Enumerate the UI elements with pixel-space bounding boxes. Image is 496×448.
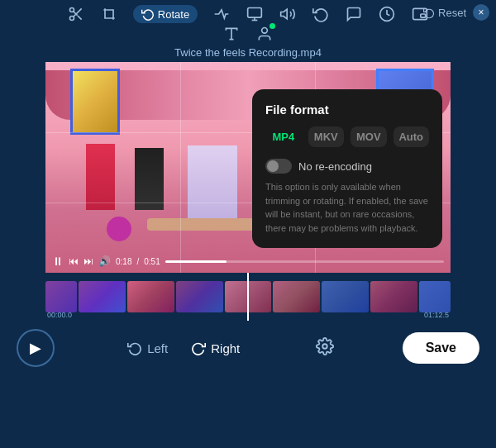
settings-button[interactable]	[312, 334, 337, 363]
svg-line-3	[78, 16, 82, 20]
timeline-playhead	[247, 273, 249, 321]
rotate-actions: Left Right	[119, 336, 248, 360]
subtitle-icon[interactable]	[345, 5, 363, 23]
timeline-wrapper: 00:00.0 01:12.5	[0, 273, 496, 321]
figure-2	[135, 148, 164, 210]
rotate-label: Rotate	[158, 8, 189, 21]
crop-icon[interactable]	[100, 5, 118, 23]
video-progress-bar[interactable]	[165, 260, 444, 263]
video-controls: ⏸ ⏮ ⏭ 🔊 0:18 / 0:51	[52, 255, 444, 268]
video-progress-fill	[165, 260, 227, 263]
timeline-thumb-3	[176, 281, 223, 312]
toggle-knob	[267, 160, 279, 172]
bottom-bar: ▶ Left Right Save	[0, 321, 496, 375]
svg-point-14	[262, 28, 268, 34]
popup-title: File format	[265, 102, 429, 117]
toolbar-tools: Rotate	[67, 5, 429, 23]
no-reencoding-row: No re-encoding	[265, 159, 429, 174]
rotate-left-button[interactable]: Left	[119, 336, 176, 360]
video-duration: 0:51	[144, 257, 160, 266]
no-reencoding-toggle[interactable]	[265, 159, 292, 174]
video-prev-icon[interactable]: ⏮	[69, 255, 79, 267]
timeline-time-end: 01:12.5	[424, 311, 449, 319]
rotate-right-label: Right	[211, 341, 240, 355]
video-preview: ⏸ ⏮ ⏭ 🔊 0:18 / 0:51 File format MP4 MKV …	[45, 62, 451, 273]
figure-center	[188, 145, 237, 220]
timeline-time-start: 00:00.0	[47, 311, 72, 319]
format-tab-auto[interactable]: Auto	[393, 126, 430, 147]
undo-icon[interactable]	[312, 5, 330, 23]
timeline-thumb-2	[127, 281, 174, 312]
format-tab-mkv[interactable]: MKV	[308, 126, 345, 147]
svg-point-15	[323, 344, 328, 349]
toolbar: Rotate	[0, 0, 496, 25]
video-time: 0:18	[116, 257, 131, 266]
svg-point-1	[69, 17, 74, 21]
figure-1	[86, 144, 115, 210]
rotate-right-button[interactable]: Right	[183, 336, 248, 360]
person-icon[interactable]	[255, 25, 274, 43]
no-reencoding-label: No re-encoding	[298, 160, 372, 173]
screen-icon[interactable]	[246, 5, 264, 23]
svg-marker-8	[281, 9, 288, 19]
popup-description: This option is only available when trimm…	[265, 180, 429, 235]
timeline-thumb-6	[322, 281, 369, 312]
timeline-thumb-left	[45, 281, 77, 312]
save-button[interactable]: Save	[403, 332, 479, 364]
volume-icon[interactable]	[279, 5, 297, 23]
timer-icon[interactable]	[378, 5, 396, 23]
toolbar-row2	[0, 25, 496, 46]
bottom-play-button[interactable]: ▶	[17, 329, 55, 367]
close-icon: ×	[478, 7, 484, 18]
timeline-thumb-5	[273, 281, 320, 312]
timeline[interactable]: 00:00.0 01:12.5	[45, 273, 451, 321]
text-icon[interactable]	[222, 25, 241, 43]
timeline-thumb-1	[79, 281, 126, 312]
video-speaker-icon[interactable]: 🔊	[98, 255, 111, 267]
timeline-thumb-7	[370, 281, 417, 312]
timeline-thumb-right	[419, 281, 451, 312]
close-button[interactable]: ×	[473, 4, 489, 21]
video-play-icon[interactable]: ⏸	[52, 255, 64, 268]
reset-label: Reset	[438, 7, 466, 19]
rotate-left-label: Left	[147, 341, 168, 355]
audio-levels-icon[interactable]	[212, 5, 231, 23]
format-tabs: MP4 MKV MOV Auto	[265, 126, 429, 147]
svg-rect-5	[248, 8, 262, 18]
wall-art-left	[70, 69, 120, 135]
reset-button[interactable]: Reset	[423, 7, 466, 19]
video-next-icon[interactable]: ⏭	[83, 255, 93, 267]
format-tab-mov[interactable]: MOV	[351, 126, 387, 147]
format-tab-mp4[interactable]: MP4	[265, 126, 302, 147]
chair-1	[107, 217, 131, 241]
file-title: Twice the feels Recording.mp4	[0, 46, 496, 59]
cut-icon[interactable]	[67, 5, 85, 23]
file-format-popup: File format MP4 MKV MOV Auto No re-encod…	[252, 89, 442, 248]
rotate-button[interactable]: Rotate	[133, 5, 198, 23]
